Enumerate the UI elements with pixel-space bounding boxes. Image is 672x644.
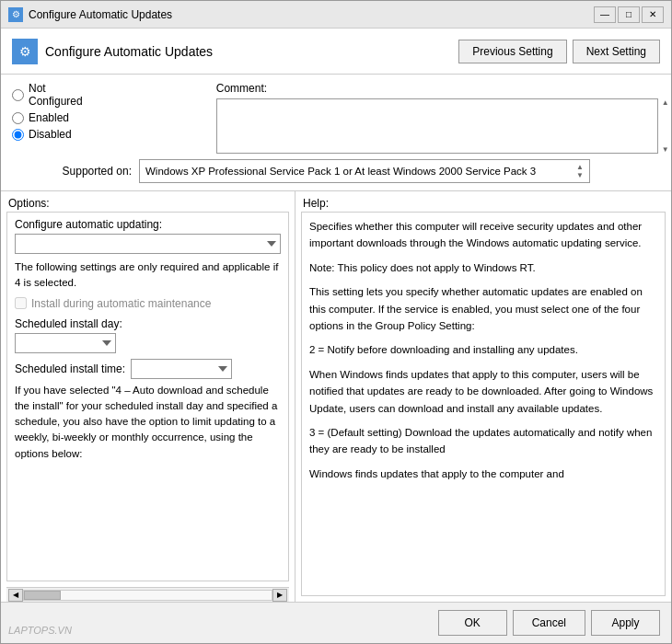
supported-scroll-down[interactable]: ▼ bbox=[576, 171, 584, 179]
supported-row: Supported on: Windows XP Professional Se… bbox=[12, 159, 660, 183]
dialog-title: Configure Automatic Updates bbox=[45, 44, 213, 59]
header-row: ⚙ Configure Automatic Updates Previous S… bbox=[1, 29, 671, 75]
supported-scroll-up[interactable]: ▲ bbox=[576, 163, 584, 171]
scheduled-time-row: Scheduled install time: bbox=[15, 359, 281, 379]
window-icon: ⚙ bbox=[8, 7, 23, 22]
install-maintenance-checkbox[interactable] bbox=[15, 297, 27, 309]
supported-value-text: Windows XP Professional Service Pack 1 o… bbox=[145, 166, 573, 177]
scheduled-day-row: Scheduled install day: bbox=[15, 317, 281, 353]
not-configured-label: Not Configured bbox=[29, 82, 83, 108]
cancel-button[interactable]: Cancel bbox=[513, 610, 585, 636]
window-title: Configure Automatic Updates bbox=[29, 8, 172, 21]
options-section-label: Options: bbox=[1, 191, 295, 212]
install-maintenance-label: Install during automatic maintenance bbox=[31, 297, 211, 310]
comment-textarea[interactable] bbox=[216, 98, 658, 154]
main-content: Options: Configure automatic updating: T… bbox=[1, 191, 671, 602]
radio-group: Not Configured Enabled Disabled bbox=[12, 82, 83, 154]
options-scroll-right[interactable]: ▶ bbox=[272, 589, 287, 602]
header-icon: ⚙ bbox=[12, 39, 38, 64]
title-bar: ⚙ Configure Automatic Updates — □ ✕ bbox=[1, 1, 671, 29]
ok-button[interactable]: OK bbox=[438, 610, 507, 636]
scheduled-day-label: Scheduled install day: bbox=[15, 317, 281, 330]
configure-dropdown-row: Configure automatic updating: bbox=[15, 218, 281, 254]
supported-label: Supported on: bbox=[12, 165, 132, 178]
configure-dropdown[interactable] bbox=[15, 234, 281, 254]
disabled-label: Disabled bbox=[29, 128, 72, 141]
comment-section: Comment: ▲ ▼ bbox=[216, 82, 669, 154]
scheduled-time-dropdown[interactable] bbox=[131, 359, 232, 379]
close-button[interactable]: ✕ bbox=[642, 6, 664, 23]
apply-button[interactable]: Apply bbox=[591, 610, 660, 636]
comment-scroll-down[interactable]: ▼ bbox=[662, 145, 669, 154]
enabled-radio[interactable] bbox=[12, 112, 24, 124]
help-panel: Help: Specifies whether this computer wi… bbox=[295, 191, 671, 602]
help-p1: Specifies whether this computer will rec… bbox=[309, 218, 657, 252]
help-p6: 3 = (Default setting) Download the updat… bbox=[309, 424, 657, 458]
comment-scroll-up[interactable]: ▲ bbox=[662, 98, 669, 107]
install-maintenance-row: Install during automatic maintenance bbox=[15, 297, 281, 310]
help-p4: 2 = Notify before downloading and instal… bbox=[309, 341, 657, 358]
config-area: Not Configured Enabled Disabled Comment:… bbox=[1, 75, 671, 191]
options-panel: Options: Configure automatic updating: T… bbox=[1, 191, 295, 602]
previous-setting-button[interactable]: Previous Setting bbox=[458, 40, 566, 63]
options-scroll-left[interactable]: ◀ bbox=[8, 589, 23, 602]
watermark: LAPTOPS.VN bbox=[8, 625, 72, 636]
minimize-button[interactable]: — bbox=[594, 6, 616, 23]
help-p3: This setting lets you specify whether au… bbox=[309, 283, 657, 334]
help-p5: When Windows finds updates that apply to… bbox=[309, 366, 657, 417]
options-bottom-text: If you have selected "4 – Auto download … bbox=[15, 383, 281, 462]
help-p7: Windows finds updates that apply to the … bbox=[309, 466, 657, 482]
not-configured-radio[interactable] bbox=[12, 89, 24, 101]
scheduled-day-dropdown[interactable] bbox=[15, 333, 116, 353]
configure-dropdown-label: Configure automatic updating: bbox=[15, 218, 281, 231]
enabled-label: Enabled bbox=[29, 111, 69, 124]
next-setting-button[interactable]: Next Setting bbox=[573, 40, 660, 63]
maximize-button[interactable]: □ bbox=[618, 6, 640, 23]
help-section-label: Help: bbox=[295, 191, 671, 212]
options-horizontal-scrollbar: ◀ ▶ bbox=[6, 587, 289, 602]
options-inner[interactable]: Configure automatic updating: The follow… bbox=[6, 212, 289, 581]
options-text1: The following settings are only required… bbox=[15, 259, 281, 292]
help-content[interactable]: Specifies whether this computer will rec… bbox=[301, 212, 666, 596]
disabled-radio[interactable] bbox=[12, 129, 24, 141]
title-controls: — □ ✕ bbox=[594, 6, 664, 23]
footer: OK Cancel Apply bbox=[1, 602, 671, 643]
help-p2: Note: This policy does not apply to Wind… bbox=[309, 259, 657, 276]
scheduled-time-label: Scheduled install time: bbox=[15, 362, 125, 375]
comment-label: Comment: bbox=[216, 82, 669, 95]
